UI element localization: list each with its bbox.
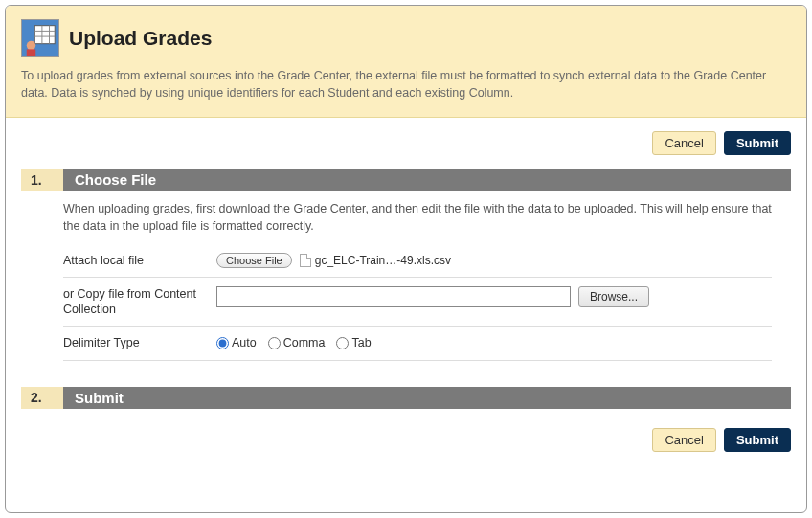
- delimiter-radio-group: Auto Comma Tab: [216, 336, 791, 349]
- choose-file-button[interactable]: Choose File: [216, 253, 292, 268]
- radio-auto[interactable]: Auto: [216, 336, 257, 349]
- radio-auto-input[interactable]: [216, 337, 229, 349]
- radio-tab-label: Tab: [351, 336, 371, 349]
- section-1-number: 1.: [21, 169, 63, 191]
- section-2-title: Submit: [63, 387, 791, 409]
- header-banner: Upload Grades To upload grades from exte…: [6, 6, 806, 118]
- divider: [63, 277, 772, 278]
- file-icon: [300, 254, 311, 267]
- radio-comma-input[interactable]: [268, 337, 281, 349]
- radio-tab[interactable]: Tab: [336, 336, 371, 349]
- attach-row: Attach local file Choose File gc_ELC-Tra…: [63, 247, 791, 274]
- section-2-number: 2.: [21, 387, 63, 409]
- radio-auto-label: Auto: [232, 336, 257, 349]
- title-row: Upload Grades: [21, 19, 791, 57]
- cancel-button[interactable]: Cancel: [652, 131, 715, 155]
- radio-comma[interactable]: Comma: [268, 336, 326, 349]
- copy-row: or Copy file from Content Collection Bro…: [63, 281, 791, 324]
- svg-rect-6: [27, 49, 36, 56]
- section-1-body: When uploading grades, first download th…: [21, 200, 791, 372]
- copy-input-area: Browse...: [216, 286, 791, 307]
- intro-text: To upload grades from external sources i…: [21, 67, 791, 101]
- radio-tab-input[interactable]: [336, 337, 349, 349]
- section-1-title: Choose File: [63, 169, 791, 191]
- attach-input-area: Choose File gc_ELC-Train…-49.xls.csv: [216, 253, 791, 268]
- radio-comma-label: Comma: [283, 336, 326, 349]
- selected-filename: gc_ELC-Train…-49.xls.csv: [315, 254, 451, 267]
- attach-label: Attach local file: [63, 253, 216, 268]
- cancel-button-bottom[interactable]: Cancel: [652, 428, 715, 452]
- button-row-bottom: Cancel Submit: [21, 428, 791, 452]
- content-area: Cancel Submit 1. Choose File When upload…: [6, 118, 806, 451]
- svg-point-5: [27, 41, 36, 51]
- section-1-header: 1. Choose File: [21, 169, 791, 191]
- page-title: Upload Grades: [69, 27, 212, 50]
- submit-button-bottom[interactable]: Submit: [724, 428, 791, 452]
- grades-icon: [21, 19, 59, 57]
- delimiter-row: Delimiter Type Auto Comma Tab: [63, 329, 791, 356]
- copy-label: or Copy file from Content Collection: [63, 286, 216, 318]
- page-frame: Upload Grades To upload grades from exte…: [5, 5, 807, 513]
- divider: [63, 360, 772, 361]
- browse-button[interactable]: Browse...: [578, 286, 649, 307]
- section-2-header: 2. Submit: [21, 387, 791, 409]
- selected-file-chip: gc_ELC-Train…-49.xls.csv: [300, 254, 451, 267]
- content-collection-input[interactable]: [216, 286, 571, 307]
- button-row-top: Cancel Submit: [21, 131, 791, 155]
- submit-button[interactable]: Submit: [724, 131, 791, 155]
- divider: [63, 326, 772, 327]
- delimiter-label: Delimiter Type: [63, 335, 216, 350]
- section-1-desc: When uploading grades, first download th…: [63, 200, 791, 235]
- svg-rect-0: [34, 26, 55, 44]
